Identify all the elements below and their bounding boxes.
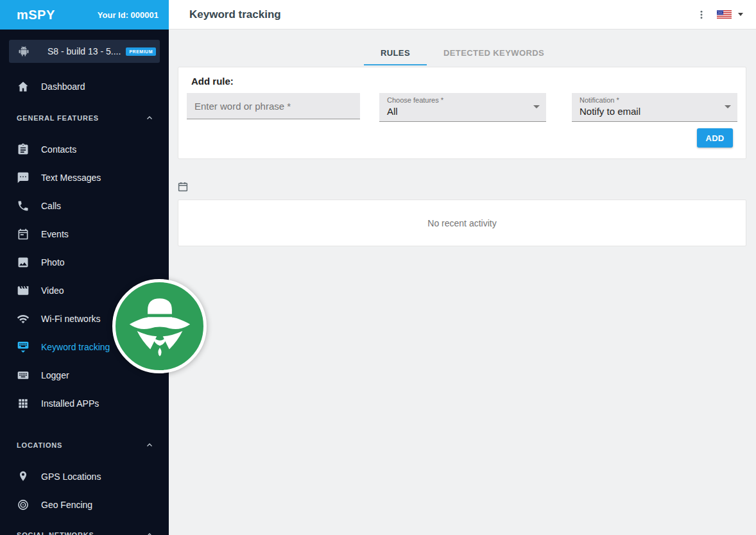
sms-icon	[17, 171, 30, 184]
phone-icon	[17, 200, 30, 212]
keyword-input[interactable]	[187, 93, 360, 119]
mspy-logo: mSPY	[17, 8, 55, 22]
sidebar-brand-header: mSPY Your Id: 000001	[0, 0, 169, 30]
device-selector[interactable]: S8 - build 13 - 5.... PREMIUM	[9, 40, 160, 63]
add-button[interactable]: ADD	[697, 128, 733, 148]
date-filter-row	[177, 181, 756, 192]
notification-select[interactable]: Notification * Notify to email	[572, 93, 737, 122]
sidebar-item-label: Wi-Fi networks	[41, 314, 101, 324]
select-value: Notify to email	[580, 106, 640, 117]
sidebar-item-label: Contacts	[41, 144, 76, 155]
add-rule-card: Add rule: Choose features * All Notifica…	[178, 67, 746, 159]
user-id-label: Your Id: 000001	[98, 10, 159, 20]
sidebar-item-contacts[interactable]: Contacts	[0, 135, 169, 164]
us-flag-icon	[717, 10, 732, 19]
chevron-up-icon	[146, 531, 153, 535]
chevron-down-icon	[738, 13, 743, 16]
event-icon	[17, 228, 30, 241]
sidebar-item-dashboard[interactable]: Dashboard	[0, 72, 169, 101]
tab-detected-keywords[interactable]: DETECTED KEYWORDS	[427, 41, 561, 65]
photo-icon	[17, 256, 30, 269]
section-social-networks[interactable]: SOCIAL NETWORKS	[0, 527, 169, 535]
select-value: All	[387, 106, 398, 117]
select-label: Notification *	[580, 96, 619, 104]
main-content: RULES DETECTED KEYWORDS Add rule: Choose…	[169, 30, 756, 535]
spy-logo-badge	[112, 279, 207, 373]
calendar-icon[interactable]	[177, 181, 189, 192]
tabs: RULES DETECTED KEYWORDS	[169, 30, 756, 65]
section-label: LOCATIONS	[17, 441, 62, 449]
section-locations[interactable]: LOCATIONS	[0, 431, 169, 459]
sidebar-item-label: Text Messages	[41, 173, 101, 183]
video-icon	[17, 284, 30, 297]
sidebar-item-gps-locations[interactable]: GPS Locations	[0, 463, 169, 491]
sidebar-item-label: Geo Fencing	[41, 500, 92, 510]
sidebar-item-photo[interactable]: Photo	[0, 248, 169, 276]
geofence-target-icon	[17, 498, 30, 511]
kebab-menu-icon[interactable]	[696, 9, 707, 21]
page-title: Keyword tracking	[189, 8, 281, 21]
sidebar-item-label: Events	[41, 229, 69, 239]
device-name: S8 - build 13 - 5....	[47, 46, 121, 56]
premium-badge: PREMIUM	[126, 47, 156, 56]
chevron-up-icon	[146, 114, 153, 122]
add-rule-heading: Add rule:	[191, 76, 234, 87]
recent-activity-panel: No recent activity	[178, 200, 746, 246]
android-icon	[18, 46, 30, 57]
section-general-features[interactable]: GENERAL FEATURES	[0, 104, 169, 132]
wifi-icon	[17, 312, 30, 325]
home-icon	[17, 80, 30, 93]
choose-features-select[interactable]: Choose features * All	[379, 93, 546, 122]
chevron-up-icon	[146, 441, 153, 449]
sidebar-item-label: Calls	[41, 201, 61, 211]
tab-rules[interactable]: RULES	[364, 41, 427, 65]
sidebar-item-events[interactable]: Events	[0, 220, 169, 248]
section-label: SOCIAL NETWORKS	[17, 531, 94, 535]
location-pin-icon	[17, 470, 30, 483]
chevron-down-icon	[533, 105, 540, 108]
section-label: GENERAL FEATURES	[17, 114, 99, 122]
contacts-icon	[17, 143, 30, 156]
sidebar-item-label: Photo	[41, 257, 65, 268]
sidebar: mSPY Your Id: 000001 S8 - build 13 - 5..…	[0, 0, 169, 535]
sidebar-item-label: Video	[41, 285, 64, 296]
sidebar-item-calls[interactable]: Calls	[0, 192, 169, 220]
keyboard-icon	[17, 369, 30, 382]
keyboard-hide-icon	[17, 341, 30, 353]
spy-figure-icon	[122, 289, 198, 364]
sidebar-item-label: Keyword tracking	[41, 342, 110, 352]
topbar-actions	[696, 9, 756, 21]
empty-state-message: No recent activity	[427, 218, 496, 228]
sidebar-item-label: Logger	[41, 370, 69, 380]
sidebar-item-label: Installed APPs	[41, 398, 99, 409]
sidebar-item-installed-apps[interactable]: Installed APPs	[0, 389, 169, 418]
select-label: Choose features *	[387, 96, 443, 104]
sidebar-item-geo-fencing[interactable]: Geo Fencing	[0, 491, 169, 519]
sidebar-item-label: GPS Locations	[41, 471, 101, 482]
mspy-dashboard: mSPY Your Id: 000001 S8 - build 13 - 5..…	[0, 0, 756, 535]
apps-grid-icon	[17, 397, 30, 410]
topbar: Keyword tracking	[169, 0, 756, 30]
sidebar-item-text-messages[interactable]: Text Messages	[0, 164, 169, 192]
language-selector[interactable]	[717, 10, 743, 19]
chevron-down-icon	[725, 105, 731, 108]
sidebar-item-label: Dashboard	[41, 81, 85, 92]
